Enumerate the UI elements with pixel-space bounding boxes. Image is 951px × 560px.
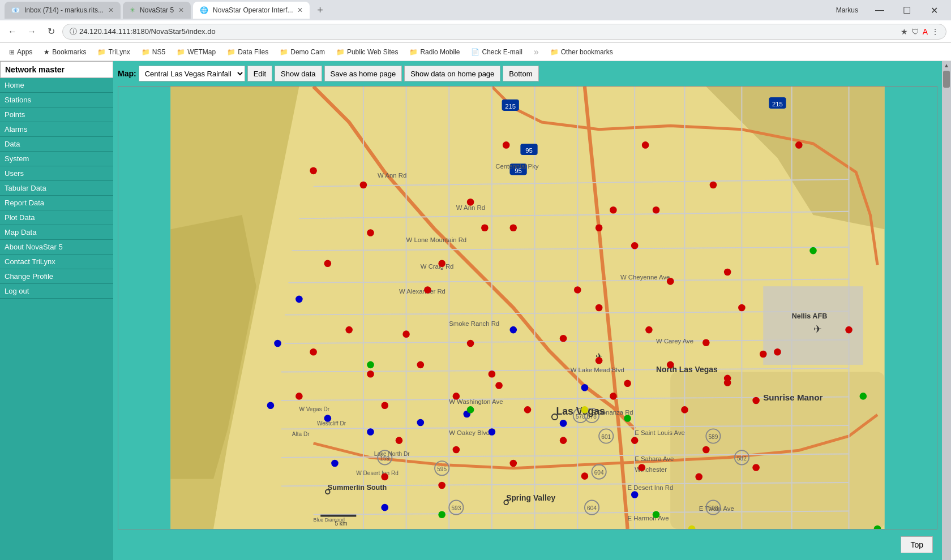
bm-checkemail-label: Check E-mail [482,48,522,56]
svg-point-131 [667,361,674,369]
menu-icon[interactable]: ⋮ [931,27,939,36]
svg-point-114 [424,286,431,294]
svg-point-129 [489,371,496,378]
sidebar-item-report-data[interactable]: Report Data [0,196,113,210]
sidebar-item-stations[interactable]: Stations [0,93,113,107]
bm-ns5[interactable]: 📁 NS5 [137,47,170,57]
sidebar-item-about[interactable]: About NovaStar 5 [0,240,113,255]
save-home-button[interactable]: Save as home page [324,66,402,81]
svg-point-175 [367,361,374,369]
forward-button[interactable]: → [24,24,40,40]
sidebar-item-system[interactable]: System [0,152,113,166]
sidebar-item-map-data[interactable]: Map Data [0,225,113,240]
svg-point-134 [295,393,303,400]
new-tab-button[interactable]: + [312,2,328,18]
close-button[interactable]: ✕ [922,2,946,19]
svg-point-147 [581,472,589,480]
svg-point-117 [724,269,731,276]
bm-otherbookmarks-label: Other bookmarks [561,48,613,56]
sidebar-item-users[interactable]: Users [0,166,113,181]
doc-icon-checkemail: 📄 [471,48,479,56]
shield-icon[interactable]: 🛡 [911,27,919,36]
bottom-button[interactable]: Bottom [503,66,538,81]
svg-text:W Desert Inn Rd: W Desert Inn Rd [356,470,399,476]
bookmark-star-icon[interactable]: ★ [901,27,908,36]
bm-democam[interactable]: 📁 Demo Cam [275,47,329,57]
bm-apps-label: Apps [17,48,32,56]
bm-otherbookmarks[interactable]: 📁 Other bookmarks [546,47,618,57]
bm-ns5-label: NS5 [152,48,165,56]
map-svg: W Ann Rd W Ann Rd W Lone Mountain Rd W C… [118,87,937,529]
svg-text:604: 604 [587,505,597,511]
novastar5-tab-close[interactable]: ✕ [178,6,184,14]
svg-point-144 [396,437,403,444]
bm-trilynx[interactable]: 📁 TriLynx [93,47,134,57]
svg-point-156 [495,382,503,389]
sidebar-item-tabular-data[interactable]: Tabular Data [0,181,113,196]
gmail-tab-label: Inbox (714) - markus.rits... [24,6,104,14]
bm-radiomobile[interactable]: 📁 Radio Mobile [405,47,464,57]
scroll-thumb[interactable] [943,71,950,88]
sidebar-item-plot-data[interactable]: Plot Data [0,210,113,225]
scrollbar[interactable]: ▲ [942,61,951,560]
sidebar-item-data[interactable]: Data [0,137,113,152]
sidebar-item-alarms[interactable]: Alarms [0,122,113,137]
svg-point-152 [438,482,445,489]
page-content: Network master Home Stations Points Alar… [0,61,951,560]
bm-publicweb[interactable]: 📁 Public Web Sites [332,47,403,57]
sidebar-item-home[interactable]: Home [0,78,113,93]
sidebar-title: Network master [0,61,113,78]
svg-point-126 [310,348,317,356]
svg-point-103 [467,199,474,206]
svg-point-115 [574,286,581,294]
username: Markus [836,6,858,14]
sidebar-item-contact[interactable]: Contact TriLynx [0,255,113,269]
gmail-tab-close[interactable]: ✕ [108,6,114,14]
svg-point-173 [860,393,867,400]
svg-point-105 [653,206,660,214]
svg-point-153 [724,379,731,386]
tab-novastar5[interactable]: ✳ NovaStar 5 ✕ [123,2,191,19]
sidebar-item-logout[interactable]: Log out [0,284,113,299]
edit-button[interactable]: Edit [247,66,272,81]
tab-operator[interactable]: 🌐 NovaStar Operator Interf... ✕ [193,2,310,19]
bm-apps[interactable]: ⊞ Apps [5,47,37,57]
svg-point-99 [642,141,649,149]
minimize-button[interactable]: — [867,2,892,19]
pdf-icon[interactable]: A [923,27,928,36]
svg-point-119 [738,304,746,312]
refresh-button[interactable]: ↻ [43,24,59,40]
svg-point-123 [560,335,567,342]
maximize-button[interactable]: ☐ [894,2,919,19]
show-data-button[interactable]: Show data [275,66,322,81]
folder-icon-trilynx: 📁 [97,48,106,56]
svg-point-179 [653,511,660,518]
bm-datafiles[interactable]: 📁 Data Files [222,47,273,57]
top-button[interactable]: Top [901,536,933,553]
sidebar-item-change-profile[interactable]: Change Profile [0,269,113,284]
svg-point-102 [360,182,367,189]
bm-democam-label: Demo Cam [290,48,325,56]
bm-wetmap[interactable]: 📁 WETMap [172,47,220,57]
svg-point-154 [624,380,631,387]
url-bar[interactable]: ⓘ 24.120.144.111:8180/NovaStar5/index.do… [62,24,946,40]
svg-point-124 [645,326,653,334]
scroll-up-arrow[interactable]: ▲ [944,62,949,68]
bm-checkemail[interactable]: 📄 Check E-mail [466,47,526,57]
show-data-home-button[interactable]: Show data on home page [404,66,500,81]
svg-text:215: 215 [772,101,783,107]
apps-icon: ⊞ [9,48,15,56]
back-button[interactable]: ← [5,24,20,40]
operator-tab-close[interactable]: ✕ [297,6,303,14]
svg-point-138 [610,393,617,400]
map-select[interactable]: Central Las Vegas Rainfall North Las Veg… [139,66,245,81]
svg-point-158 [295,296,303,303]
bm-more[interactable]: » [529,46,543,58]
svg-point-168 [631,491,639,498]
bm-bookmarks[interactable]: ★ Bookmarks [39,47,91,57]
bottom-bar: Top [118,534,937,555]
tab-gmail[interactable]: 📧 Inbox (714) - markus.rits... ✕ [5,2,121,19]
url-icons: ★ 🛡 A ⋮ [901,27,939,36]
svg-point-143 [702,446,710,454]
sidebar-item-points[interactable]: Points [0,107,113,122]
